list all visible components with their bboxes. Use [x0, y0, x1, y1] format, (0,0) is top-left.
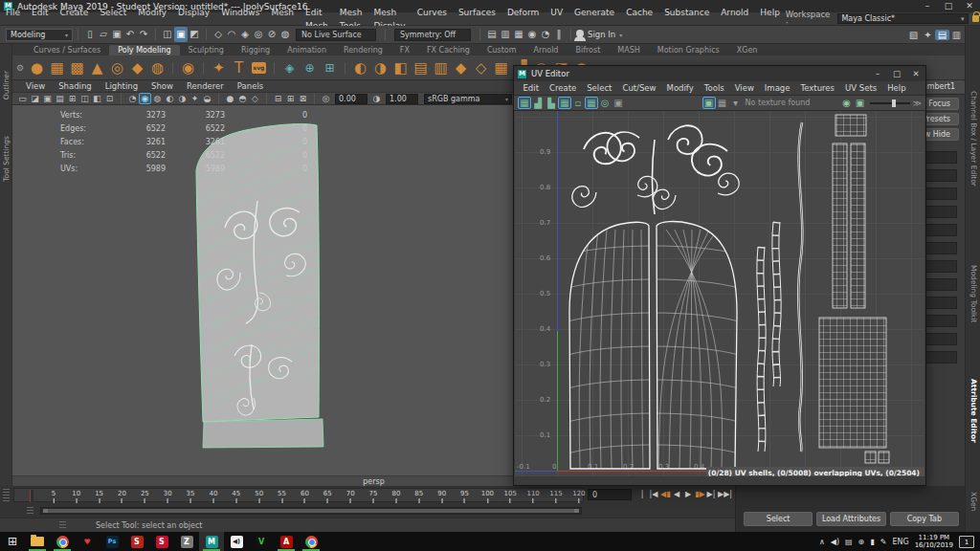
range-grip[interactable] [27, 507, 33, 516]
reduce-icon[interactable]: ▥ [431, 59, 451, 77]
snap-together-icon[interactable]: ⊕ [300, 61, 320, 75]
view[interactable]: View [729, 83, 759, 93]
joint-tool-icon[interactable]: ◈ [279, 61, 300, 75]
sweep-mesh-icon[interactable]: ✦ [209, 59, 229, 77]
camera-attributes-icon[interactable]: ▣ [41, 94, 54, 103]
language-indicator[interactable]: ENG [892, 538, 908, 546]
open-scene-icon[interactable]: ▱ [97, 27, 110, 42]
photoshop-icon[interactable]: Ps [100, 532, 124, 551]
humanik-icon[interactable]: ✦ [921, 30, 935, 40]
uv-border-icon[interactable]: ▦ [558, 97, 571, 109]
mash[interactable]: MASH [609, 45, 648, 55]
contrast-icon[interactable]: ◑ [370, 94, 383, 103]
expand-toolbar-icon[interactable]: ≫ [913, 99, 922, 108]
image[interactable]: Image [759, 83, 795, 93]
current-frame-field[interactable]: 0 [588, 489, 632, 500]
channel-box-icon[interactable]: ▤ [935, 30, 949, 40]
select-component-icon[interactable]: ◩ [188, 27, 201, 42]
uv-layout-icon[interactable]: ▟ [531, 98, 545, 108]
exposure-field[interactable]: 0.00 [335, 94, 368, 104]
grease-pencil-icon[interactable]: ⊟ [272, 94, 284, 103]
right-tab-xgen[interactable]: XGen [969, 492, 978, 511]
taskbar-clock[interactable]: 11:19 PM 16/10/2019 [915, 534, 953, 549]
file-explorer-icon[interactable] [25, 532, 50, 551]
smooth-icon[interactable]: ▤ [411, 59, 431, 77]
poly-plane-icon[interactable]: ◆ [127, 59, 147, 77]
modify[interactable]: Modify [661, 83, 699, 93]
poly-cube2-icon[interactable]: ▩ [67, 59, 87, 77]
new-scene-icon[interactable]: ▯ [83, 27, 97, 42]
rigging[interactable]: Rigging [233, 45, 278, 55]
sign-in-button[interactable]: Sign In ▾ [576, 30, 622, 39]
image-plane-icon[interactable]: ⊞ [66, 94, 78, 103]
notification-center-icon[interactable]: 1 [959, 536, 974, 548]
current-time-marker[interactable] [30, 490, 33, 502]
fx[interactable]: FX [391, 45, 418, 55]
poly-torus-icon[interactable]: ◎ [107, 59, 127, 77]
sculpting[interactable]: Sculpting [180, 45, 233, 55]
joints-xray-icon[interactable]: ◓ [236, 94, 249, 103]
grid-toggle-icon[interactable]: ⊞ [284, 94, 297, 103]
outliner-pane-icon[interactable]: ⊡ [103, 94, 116, 103]
load-attributes[interactable]: Load Attributes [816, 512, 885, 526]
right-tab-channel-box-layer-editor[interactable]: Channel Box / Layer Editor [969, 91, 978, 187]
dim-image-slider[interactable] [870, 102, 910, 104]
minimize-button[interactable]: – [868, 69, 887, 78]
exposure-icon[interactable]: ◎ [320, 94, 332, 103]
renderer[interactable]: Renderer [181, 81, 230, 91]
origin-icon[interactable]: ⊞ [320, 61, 340, 75]
checker-display-icon[interactable]: ▦ [716, 98, 729, 108]
make-live-icon[interactable]: ◍ [278, 27, 292, 42]
arnold[interactable]: Arnold [525, 45, 568, 55]
shading[interactable]: Shading [53, 81, 98, 91]
select-hierarchy-icon[interactable]: ◫ [161, 27, 174, 42]
right-tab-modeling-toolkit[interactable]: Modeling Toolkit [969, 265, 978, 322]
zbrush-icon[interactable]: Z [174, 532, 199, 551]
dropdown-arrow-icon[interactable]: ▾ [729, 98, 743, 108]
lock-icon[interactable] [972, 15, 980, 22]
render-settings-icon[interactable]: ◉ [525, 27, 539, 42]
select-object-icon[interactable]: ▣ [174, 27, 188, 42]
modeling-toolkit-icon[interactable]: ▧ [906, 30, 921, 40]
poly-sphere-icon[interactable]: ● [27, 59, 47, 77]
hidden-icons-chevron[interactable]: ∧ [819, 538, 825, 546]
show[interactable]: Show [145, 81, 179, 91]
fx-caching[interactable]: FX Caching [418, 45, 479, 55]
extrude-icon[interactable]: ◆ [451, 59, 471, 77]
multi-pane-icon[interactable]: ◧ [91, 94, 103, 103]
attribute-editor-icon[interactable]: ▥ [949, 30, 964, 40]
bevel-icon[interactable]: ◇ [471, 59, 491, 77]
poly-modeling[interactable]: Poly Modeling [109, 45, 179, 55]
red-app2-icon[interactable]: S [149, 532, 174, 551]
poly-cube-icon[interactable]: ▦ [47, 59, 67, 77]
cut-sew[interactable]: Cut/Sew [617, 83, 661, 93]
help[interactable]: Help [882, 83, 911, 93]
uv-canvas[interactable]: 0.90.80.70.60.50.40.30.20.1 -0.100.10.20… [515, 111, 924, 476]
motion-graphics[interactable]: Motion Graphics [649, 45, 728, 55]
save-scene-icon[interactable]: ▣ [110, 27, 123, 42]
right-tab-attribute-editor[interactable]: Attribute Editor [969, 379, 978, 443]
tools[interactable]: Tools [699, 83, 729, 93]
snap-view-icon[interactable]: ⊘ [265, 27, 278, 42]
combine-icon[interactable]: ◐ [350, 59, 370, 77]
lighting[interactable]: Lighting [100, 81, 144, 91]
wireframe-icon[interactable]: ◔ [126, 94, 139, 103]
panels[interactable]: Panels [232, 81, 269, 91]
acrobat-icon[interactable]: A [274, 532, 299, 551]
live-surface-field[interactable]: No Live Surface [296, 29, 376, 41]
lock-camera-icon[interactable]: ◪ [29, 94, 41, 103]
shadows-icon[interactable]: ◑ [176, 94, 189, 103]
launch-app-icon[interactable]: ◔ [539, 27, 552, 42]
uv-editor-title-bar[interactable]: M UV Editor – □ ✕ [514, 66, 925, 81]
poly-disc-icon[interactable]: ◍ [147, 59, 167, 77]
workspace-dropdown[interactable]: Maya Classic*▾ [837, 13, 968, 24]
range-slider[interactable] [40, 507, 582, 515]
close-button[interactable]: ✕ [906, 69, 925, 78]
uv-cut-icon[interactable]: ▙ [545, 98, 558, 108]
select[interactable]: Select [582, 83, 617, 93]
render-current-icon[interactable]: ▥ [499, 27, 512, 42]
gamma-field[interactable]: 1.00 [386, 94, 418, 104]
screen-ao-icon[interactable]: ✦ [189, 94, 201, 103]
redo-icon[interactable]: ↷ [137, 27, 150, 42]
svg-tool-icon[interactable]: svg [252, 62, 266, 74]
